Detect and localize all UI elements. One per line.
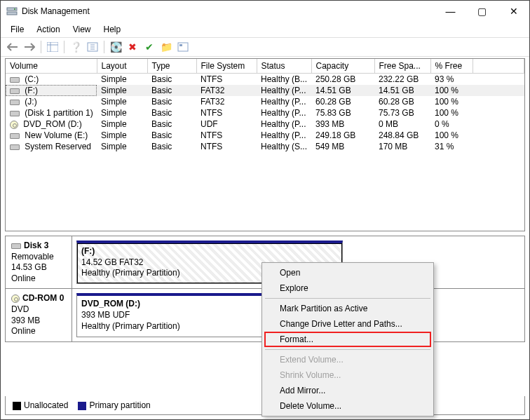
disk-state: Online	[11, 273, 66, 285]
col-fs[interactable]: File System	[196, 59, 257, 74]
new-button[interactable]: 📁	[158, 39, 174, 55]
hdd-icon	[10, 111, 20, 116]
context-menu-item-change-drive-letter-and-paths[interactable]: Change Drive Letter and Paths...	[264, 316, 431, 332]
table-row[interactable]: System ReservedSimpleBasicNTFSHealthy (S…	[6, 141, 524, 152]
col-status[interactable]: Status	[257, 59, 311, 74]
table-row[interactable]: New Volume (E:)SimpleBasicNTFSHealthy (P…	[6, 130, 524, 141]
menu-file[interactable]: File	[5, 23, 29, 36]
window-title: Disk Management	[22, 6, 435, 16]
properties-button[interactable]	[175, 39, 191, 55]
legend-primary: Primary partition	[89, 400, 150, 410]
hdd-icon	[10, 144, 20, 150]
context-menu-item-extend-volume: Extend Volume...	[264, 352, 431, 367]
col-type[interactable]: Type	[147, 59, 196, 74]
check-icon: ✔	[145, 42, 154, 52]
table-row[interactable]: DVD_ROM (D:)SimpleBasicUDFHealthy (P...3…	[6, 118, 524, 130]
partition-label: (F:)	[81, 246, 338, 257]
titlebar: Disk Management — ▢ ✕	[1, 1, 529, 22]
disk-mgmt-icon	[6, 6, 18, 17]
hdd-icon	[10, 133, 20, 139]
col-layout[interactable]: Layout	[97, 59, 147, 74]
context-menu-item-mark-partition-as-active[interactable]: Mark Partition as Active	[264, 301, 431, 316]
col-volume[interactable]: Volume	[6, 59, 97, 74]
minimize-button[interactable]: —	[435, 1, 466, 22]
volume-table[interactable]: Volume Layout Type File System Status Ca…	[6, 59, 524, 152]
show-hide-tree-button[interactable]	[45, 39, 60, 55]
maximize-button[interactable]: ▢	[466, 1, 498, 22]
hdd-icon	[10, 77, 20, 83]
disk-header[interactable]: Disk 3Removable14.53 GBOnline	[6, 236, 72, 288]
grid-icon	[47, 42, 58, 52]
disk-management-window: Disk Management — ▢ ✕ File Action View H…	[0, 0, 530, 420]
menubar: File Action View Help	[1, 22, 529, 37]
svg-rect-8	[179, 44, 182, 46]
context-menu: OpenExploreMark Partition as ActiveChang…	[261, 262, 434, 416]
menu-help[interactable]: Help	[98, 23, 127, 36]
disk-name: CD-ROM 0	[22, 293, 64, 303]
legend-swatch-primary	[78, 402, 86, 410]
volume-list-container: Volume Layout Type File System Status Ca…	[5, 58, 525, 231]
forward-button[interactable]	[22, 39, 37, 55]
arrow-right-icon	[24, 43, 35, 51]
hdd-icon	[10, 88, 20, 94]
disk-size: 14.53 GB	[11, 262, 66, 273]
toolbar: ❔ 💽 ✖ ✔ 📁	[1, 37, 529, 57]
context-menu-separator	[265, 349, 430, 350]
action-button[interactable]: 💽	[108, 39, 123, 55]
disk-action-icon: 💽	[110, 42, 122, 52]
refresh-button[interactable]	[85, 39, 100, 55]
col-free[interactable]: Free Spa...	[374, 59, 430, 74]
legend-swatch-unallocated	[13, 402, 21, 410]
table-row[interactable]: (Disk 1 partition 1)SimpleBasicNTFSHealt…	[6, 107, 524, 118]
disk-type: Removable	[11, 252, 66, 263]
disk-header[interactable]: CD-ROM 0DVD393 MBOnline	[6, 289, 72, 341]
table-row[interactable]: (F:)SimpleBasicFAT32Healthy (P...14.51 G…	[6, 85, 524, 96]
arrow-left-icon	[7, 43, 18, 51]
properties-icon	[177, 42, 189, 52]
context-menu-item-open[interactable]: Open	[264, 265, 431, 280]
context-menu-item-shrink-volume: Shrink Volume...	[264, 367, 431, 383]
hdd-icon	[11, 243, 21, 249]
svg-rect-7	[178, 43, 188, 51]
table-row[interactable]: (C:)SimpleBasicNTFSHealthy (B...250.28 G…	[6, 74, 524, 86]
disk-size: 393 MB	[11, 316, 66, 327]
delete-button[interactable]: ✖	[125, 39, 140, 55]
back-button[interactable]	[5, 39, 20, 55]
dvd-icon	[10, 121, 18, 129]
col-pct[interactable]: % Free	[430, 59, 473, 74]
refresh-icon	[87, 42, 98, 52]
table-header[interactable]: Volume Layout Type File System Status Ca…	[6, 59, 524, 74]
svg-rect-2	[14, 8, 15, 10]
hdd-icon	[10, 100, 20, 105]
close-button[interactable]: ✕	[498, 1, 529, 22]
folder-add-icon: 📁	[161, 42, 172, 52]
context-menu-separator	[265, 298, 430, 299]
context-menu-item-explore[interactable]: Explore	[264, 280, 431, 296]
menu-view[interactable]: View	[67, 23, 97, 36]
help-icon: ❔	[70, 42, 82, 52]
legend-unallocated: Unallocated	[24, 400, 68, 410]
context-menu-item-delete-volume[interactable]: Delete Volume...	[264, 398, 431, 414]
menu-action[interactable]: Action	[31, 23, 65, 36]
disk-state: Online	[11, 326, 66, 337]
context-menu-item-format[interactable]: Format...	[264, 332, 431, 347]
delete-icon: ✖	[128, 42, 137, 52]
col-capacity[interactable]: Capacity	[311, 59, 374, 74]
table-row[interactable]: (J:)SimpleBasicFAT32Healthy (P...60.28 G…	[6, 96, 524, 107]
approve-button[interactable]: ✔	[142, 39, 157, 55]
svg-rect-1	[7, 12, 17, 15]
svg-rect-3	[47, 42, 58, 52]
dvd-icon	[11, 294, 20, 303]
disk-name: Disk 3	[24, 241, 48, 250]
help-button[interactable]: ❔	[68, 39, 83, 55]
disk-type: DVD	[11, 304, 66, 316]
context-menu-item-add-mirror[interactable]: Add Mirror...	[264, 383, 431, 398]
